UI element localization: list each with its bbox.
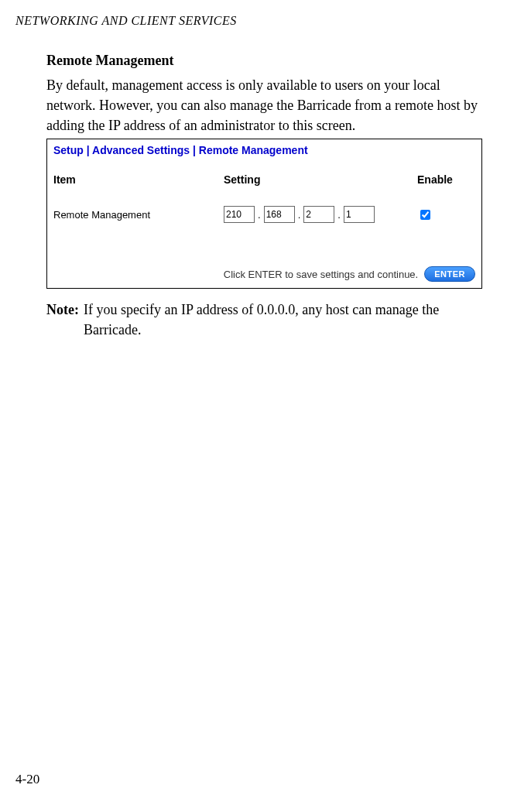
enable-checkbox[interactable] <box>420 210 430 220</box>
header-setting: Setting <box>224 173 417 186</box>
row-label: Remote Management <box>53 209 224 221</box>
page-number: 4-20 <box>15 772 39 787</box>
column-headers: Item Setting Enable <box>53 173 475 206</box>
dot-sep: . <box>255 209 264 221</box>
note-block: Note: If you specify an IP address of 0.… <box>46 300 482 340</box>
header-enable: Enable <box>417 173 475 186</box>
page-header: NETWORKING AND CLIENT SERVICES <box>0 0 507 28</box>
ip-octet-1[interactable] <box>224 206 255 223</box>
enable-cell <box>417 207 475 222</box>
dot-sep: . <box>334 209 344 221</box>
body-paragraph: By default, management access is only av… <box>46 75 482 135</box>
section-title: Remote Management <box>46 53 482 69</box>
note-text: If you specify an IP address of 0.0.0.0,… <box>84 300 482 340</box>
footer-text: Click ENTER to save settings and continu… <box>224 269 418 280</box>
ip-octet-4[interactable] <box>344 206 375 223</box>
ip-octet-2[interactable] <box>264 206 295 223</box>
header-item: Item <box>53 173 224 186</box>
enter-button[interactable]: ENTER <box>424 266 475 282</box>
ip-octet-3[interactable] <box>303 206 334 223</box>
note-label: Note: <box>46 300 84 340</box>
screenshot-footer: Click ENTER to save settings and continu… <box>53 266 475 282</box>
main-content: Remote Management By default, management… <box>0 28 507 340</box>
ip-fields: . . . <box>224 206 417 223</box>
breadcrumb: Setup | Advanced Settings | Remote Manag… <box>53 144 475 173</box>
dot-sep: . <box>295 209 304 221</box>
settings-screenshot: Setup | Advanced Settings | Remote Manag… <box>46 139 482 289</box>
setting-row: Remote Management . . . <box>53 206 475 266</box>
